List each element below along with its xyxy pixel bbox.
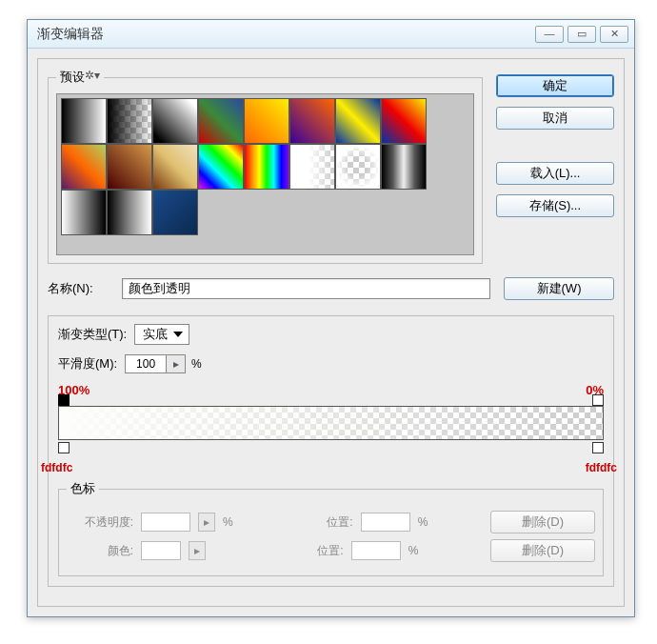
- swatch[interactable]: [107, 190, 152, 235]
- smoothness-input[interactable]: [125, 354, 167, 373]
- delete-opacity-stop-button: 删除(D): [490, 511, 595, 533]
- smoothness-label: 平滑度(M):: [58, 355, 117, 372]
- swatch[interactable]: [244, 144, 289, 190]
- gradient-type-label: 渐变类型(T):: [58, 326, 127, 343]
- presets-well[interactable]: [56, 93, 474, 255]
- swatch[interactable]: [244, 98, 289, 144]
- swatch[interactable]: [152, 190, 198, 235]
- opacity-stepper: ▸: [198, 513, 215, 532]
- smoothness-unit: %: [191, 357, 202, 371]
- dialog-content: 预设 ✲▾: [37, 58, 625, 607]
- swatch[interactable]: [335, 144, 381, 190]
- swatch[interactable]: [107, 144, 152, 190]
- swatch[interactable]: [61, 144, 107, 190]
- opacity-input: [141, 513, 190, 532]
- swatch[interactable]: [152, 98, 198, 144]
- swatch[interactable]: [335, 98, 381, 144]
- ok-button[interactable]: 确定: [496, 74, 614, 97]
- color-position-input: [351, 541, 401, 560]
- load-button[interactable]: 载入(L)...: [496, 162, 614, 185]
- swatch[interactable]: [107, 98, 152, 144]
- color-picker-arrow: ▸: [189, 541, 206, 560]
- swatch[interactable]: [381, 144, 427, 190]
- opacity-label: 不透明度:: [67, 514, 133, 531]
- name-input[interactable]: [122, 278, 490, 299]
- swatch[interactable]: [198, 98, 244, 144]
- cancel-button[interactable]: 取消: [496, 107, 614, 130]
- swatch[interactable]: [198, 144, 244, 190]
- delete-color-stop-button: 删除(D): [490, 539, 595, 562]
- stops-section: 色标 不透明度: ▸ % 位置: % 删除(D) 颜色:: [58, 480, 604, 576]
- right-color-annotation: fdfdfc: [586, 461, 617, 474]
- gear-icon[interactable]: ✲▾: [85, 69, 100, 82]
- presets-legend: 预设 ✲▾: [56, 69, 104, 86]
- swatch[interactable]: [61, 190, 107, 235]
- name-label: 名称(N):: [48, 280, 122, 297]
- swatch[interactable]: [152, 144, 198, 190]
- swatch[interactable]: [289, 144, 335, 190]
- stops-legend: 色标: [67, 480, 99, 497]
- opacity-stop-left[interactable]: [58, 394, 70, 406]
- position-label: 位置:: [287, 514, 353, 531]
- color-swatch: [141, 541, 181, 560]
- gradient-bar-area: 100% 0% fdfdfc fdfdfc: [58, 383, 604, 469]
- swatch[interactable]: [289, 98, 335, 144]
- color-position-label: 位置:: [277, 543, 344, 559]
- presets-swatches: [61, 98, 469, 235]
- color-stop-left[interactable]: [58, 442, 70, 453]
- gradient-bar[interactable]: [58, 406, 604, 440]
- new-button[interactable]: 新建(W): [504, 277, 614, 300]
- swatch[interactable]: [381, 98, 427, 144]
- minimize-button[interactable]: —: [535, 26, 564, 43]
- presets-section: 预设 ✲▾: [48, 69, 483, 264]
- save-button[interactable]: 存储(S)...: [496, 194, 614, 217]
- window-title: 渐变编辑器: [37, 26, 531, 43]
- opacity-stop-right[interactable]: [592, 394, 604, 406]
- chevron-down-icon: [173, 332, 183, 337]
- gradient-editor-window: 渐变编辑器 — ▭ ✕ 预设 ✲▾: [27, 19, 635, 617]
- titlebar: 渐变编辑器 — ▭ ✕: [28, 20, 634, 49]
- color-label: 颜色:: [67, 543, 133, 559]
- gradient-type-select[interactable]: 实底: [134, 324, 189, 345]
- opacity-position-input: [361, 513, 410, 532]
- left-color-annotation: fdfdfc: [41, 461, 72, 474]
- smoothness-stepper[interactable]: ▸: [167, 354, 186, 373]
- close-button[interactable]: ✕: [600, 26, 628, 43]
- side-buttons: 确定 取消 载入(L)... 存储(S)...: [496, 74, 614, 217]
- gradient-section: 渐变类型(T): 实底 平滑度(M): ▸ % 100% 0%: [48, 315, 614, 587]
- swatch[interactable]: [61, 98, 107, 144]
- color-stop-right[interactable]: [592, 442, 604, 453]
- maximize-button[interactable]: ▭: [567, 26, 596, 43]
